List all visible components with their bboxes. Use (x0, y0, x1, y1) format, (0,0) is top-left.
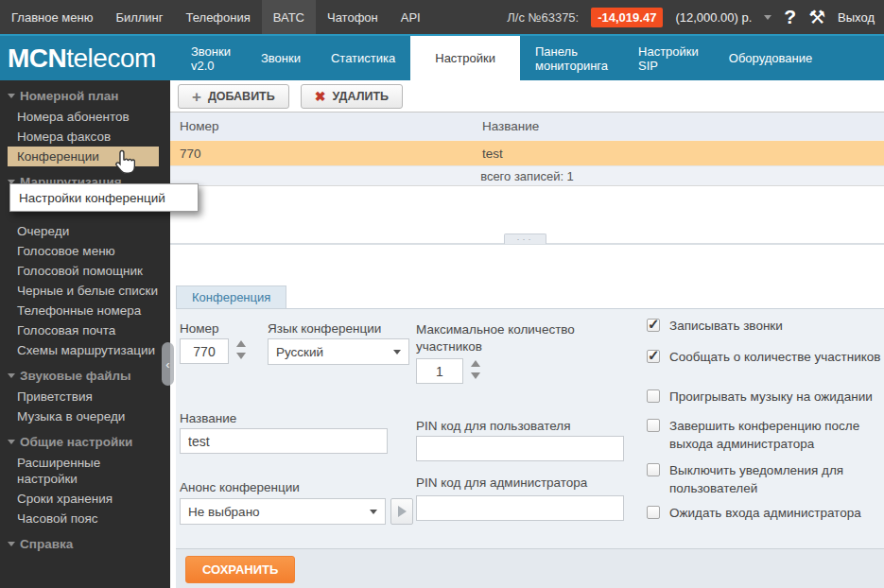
announce-select[interactable]: Не выбрано (180, 498, 386, 525)
checkbox-disable-user-notifications: Выключить уведомления для пользователей (647, 461, 884, 497)
mcn-telecom-logo[interactable]: MCNtelecom (0, 36, 176, 80)
stepper-up-icon[interactable] (236, 340, 246, 347)
language-label: Язык конференции (268, 321, 381, 336)
sidebar-item-black-white-lists[interactable]: Черные и белые списки (0, 281, 170, 301)
tools-icon[interactable]: ⚒ (808, 8, 825, 26)
number-label: Номер (180, 321, 219, 336)
top-menu: Главное меню Биллинг Телефония ВАТС Чато… (0, 0, 432, 34)
menu-item-api[interactable]: API (390, 0, 432, 34)
tab-equipment[interactable]: Оборудование (714, 36, 827, 80)
tab-settings[interactable]: Настройки (410, 36, 520, 80)
delete-button[interactable]: ✖ УДАЛИТЬ (301, 84, 403, 109)
sidebar-item-queues[interactable]: Очереди (0, 221, 170, 241)
select-arrow-icon (370, 510, 377, 514)
logout-button[interactable]: Выход (838, 10, 875, 25)
plus-icon: + (192, 89, 201, 105)
pin-user-label: PIN код для пользователя (416, 419, 570, 433)
sidebar-item-voicemail[interactable]: Голосовая почта (0, 320, 170, 340)
sidebar-item-timezone[interactable]: Часовой пояс (0, 509, 170, 528)
sidebar-section-help[interactable]: Справка (0, 528, 170, 555)
chevron-down-icon (8, 542, 15, 546)
sidebar-section-number-plan[interactable]: Номерной план (0, 80, 170, 107)
account-dropdown-icon[interactable] (764, 15, 771, 20)
grid-toolbar: + ДОБАВИТЬ ✖ УДАЛИТЬ (170, 80, 884, 112)
sidebar-item-fax-numbers[interactable]: Номера факсов (0, 127, 170, 147)
checkbox[interactable] (647, 319, 660, 332)
table-header: Номер Название (170, 112, 884, 140)
table-total: всего записей: 1 (170, 165, 884, 186)
sidebar-item-voice-menu[interactable]: Голосовое меню (0, 241, 170, 261)
credit-limit: (12,000.00) р. (675, 10, 752, 25)
sidebar-section-sound-files[interactable]: Звуковые файлы (0, 360, 170, 387)
sidebar-item-queue-music[interactable]: Музыка в очереди (0, 406, 170, 426)
menu-item-main[interactable]: Главное меню (0, 0, 104, 34)
stepper-up-icon[interactable] (471, 360, 480, 367)
top-menubar: Главное меню Биллинг Телефония ВАТС Чато… (0, 0, 884, 34)
conference-form: Номер Язык конференции Русский Максималь… (176, 308, 884, 548)
sidebar-section-general-settings[interactable]: Общие настройки (0, 426, 170, 453)
select-arrow-icon (393, 350, 401, 355)
section-navbar: MCNtelecom Звонки v2.0 Звонки Статистика… (0, 34, 884, 80)
checkbox[interactable] (647, 350, 660, 363)
sidebar-collapse-handle[interactable]: ‹ (162, 342, 174, 386)
balance-badge: -14,019.47 (591, 8, 663, 27)
table-row[interactable]: 770 test (170, 140, 884, 165)
splitter-handle[interactable]: ··· (504, 233, 546, 244)
sidebar-item-greetings[interactable]: Приветствия (0, 387, 170, 406)
tab-calls[interactable]: Звонки (246, 36, 316, 80)
stepper-down-icon[interactable] (471, 372, 480, 379)
tab-monitoring-panel[interactable]: Панель мониторинга (520, 36, 623, 80)
sidebar-item-phone-numbers[interactable]: Телефонные номера (0, 301, 170, 320)
checkbox[interactable] (647, 506, 660, 519)
menu-item-chatofon[interactable]: Чатофон (316, 0, 390, 34)
tab-calls-v2[interactable]: Звонки v2.0 (176, 36, 246, 80)
tab-sip-settings[interactable]: Настройки SIP (623, 36, 714, 80)
chevron-down-icon (8, 94, 15, 98)
max-participants-input[interactable] (416, 358, 463, 384)
checkbox-record-calls: Записывать звонки (647, 317, 884, 335)
checkbox-announce-count: Сообщать о количестве участников (647, 348, 884, 366)
help-icon[interactable]: ? (784, 6, 796, 28)
play-icon (398, 506, 407, 517)
pin-user-input[interactable] (416, 436, 624, 461)
sidebar-item-conferences[interactable]: Конференции (8, 147, 159, 166)
play-announce-button[interactable] (390, 498, 413, 525)
sidebar-item-retention[interactable]: Сроки хранения (0, 489, 170, 509)
column-header-name[interactable]: Название (482, 119, 884, 133)
account-area: Л/с №63375: -14,019.47 (12,000.00) р. ? … (507, 0, 884, 34)
sidebar-item-voice-assistant[interactable]: Голосовой помощник (0, 261, 170, 281)
name-label: Название (180, 411, 236, 425)
pin-admin-input[interactable] (416, 495, 624, 521)
add-button[interactable]: + ДОБАВИТЬ (178, 84, 289, 109)
number-input[interactable] (180, 338, 229, 364)
save-button[interactable]: СОХРАНИТЬ (185, 556, 295, 583)
name-input[interactable] (180, 428, 388, 454)
sidebar-item-subscriber-numbers[interactable]: Номера абонентов (0, 107, 170, 127)
pin-admin-label: PIN код для администратора (416, 476, 587, 490)
max-participants-label: Максимальное количество участников (416, 321, 596, 355)
collapse-chevron-icon: ‹ (165, 357, 169, 372)
menu-item-telephony[interactable]: Телефония (175, 0, 262, 34)
chevron-down-icon (8, 373, 15, 378)
cell-name: test (482, 147, 884, 161)
tab-conference[interactable]: Конференция (176, 285, 286, 308)
announce-label: Анонс конференции (180, 480, 300, 494)
menu-item-vats[interactable]: ВАТС (262, 0, 316, 34)
app-window: Главное меню Биллинг Телефония ВАТС Чато… (0, 0, 884, 588)
stepper-down-icon[interactable] (236, 353, 246, 359)
sidebar-item-advanced-settings[interactable]: Расширенные настройки (0, 453, 170, 489)
main-content: + ДОБАВИТЬ ✖ УДАЛИТЬ Номер Название 770 … (170, 80, 884, 588)
logo-rest: telecom (66, 43, 156, 74)
menu-item-billing[interactable]: Биллинг (104, 0, 174, 34)
x-icon: ✖ (315, 90, 326, 103)
sidebar-item-routing-schemes[interactable]: Схемы маршрутизации (0, 340, 170, 360)
cell-number: 770 (170, 147, 482, 161)
checkbox[interactable] (647, 389, 660, 403)
tab-statistics[interactable]: Статистика (316, 36, 410, 80)
language-select[interactable]: Русский (268, 338, 409, 365)
checkbox[interactable] (647, 463, 660, 476)
max-participants-stepper (471, 360, 480, 379)
checkbox[interactable] (647, 419, 660, 432)
column-header-number[interactable]: Номер (170, 119, 482, 133)
chevron-down-icon (8, 440, 15, 444)
